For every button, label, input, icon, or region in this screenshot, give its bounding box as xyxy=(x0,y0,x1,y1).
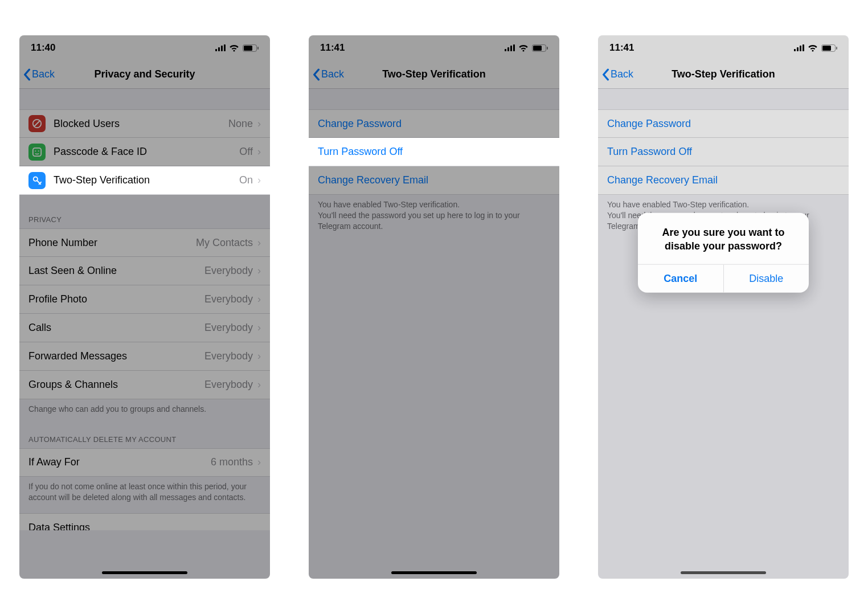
row-label: Turn Password Off xyxy=(318,146,550,158)
chevron-right-icon: › xyxy=(257,350,261,362)
svg-rect-6 xyxy=(257,47,259,50)
svg-rect-19 xyxy=(547,47,548,50)
wifi-icon xyxy=(518,44,529,52)
data-settings-group: Data Settings xyxy=(19,513,270,530)
nav-bar: Back Two-Step Verification xyxy=(309,60,559,89)
chevron-right-icon: › xyxy=(257,379,261,391)
svg-rect-25 xyxy=(822,46,831,51)
row-turn-password-off[interactable]: Turn Password Off xyxy=(598,138,849,166)
row-forwarded-messages[interactable]: Forwarded Messages Everybody › xyxy=(19,342,270,371)
svg-rect-15 xyxy=(510,46,512,51)
row-label: Two-Step Verification xyxy=(54,174,239,186)
cancel-button[interactable]: Cancel xyxy=(638,265,723,293)
row-profile-photo[interactable]: Profile Photo Everybody › xyxy=(19,285,270,314)
row-label: Last Seen & Online xyxy=(28,265,204,277)
svg-rect-20 xyxy=(794,49,796,51)
row-label: Turn Password Off xyxy=(607,146,840,158)
signal-icon xyxy=(505,44,515,51)
svg-rect-9 xyxy=(33,148,41,155)
group-header-privacy: Privacy xyxy=(19,215,270,228)
status-indicators xyxy=(505,44,548,52)
row-value: Everybody xyxy=(204,379,253,391)
row-label: Forwarded Messages xyxy=(28,350,204,362)
row-change-recovery-email[interactable]: Change Recovery Email xyxy=(309,166,559,195)
faceid-icon xyxy=(28,144,46,161)
row-label: Data Settings xyxy=(28,522,90,530)
row-value: Everybody xyxy=(204,265,253,277)
battery-icon xyxy=(821,44,837,52)
row-groups-channels[interactable]: Groups & Channels Everybody › xyxy=(19,371,270,399)
back-button[interactable]: Back xyxy=(19,68,55,81)
svg-rect-2 xyxy=(221,46,223,51)
svg-rect-26 xyxy=(836,47,837,50)
row-last-seen[interactable]: Last Seen & Online Everybody › xyxy=(19,257,270,285)
chevron-right-icon: › xyxy=(257,237,261,249)
home-indicator[interactable] xyxy=(681,571,766,574)
group-header-delete: Automatically Delete My Account xyxy=(19,435,270,448)
chevron-right-icon: › xyxy=(257,146,261,158)
nav-bar: Back Privacy and Security xyxy=(19,60,270,89)
chevron-left-icon xyxy=(23,68,31,81)
disable-button[interactable]: Disable xyxy=(723,265,809,293)
status-bar: 11:40 xyxy=(19,35,270,60)
svg-rect-23 xyxy=(803,44,804,51)
security-group: Blocked Users None › Passcode & Face ID … xyxy=(19,109,270,195)
row-label: If Away For xyxy=(28,456,211,468)
svg-point-11 xyxy=(38,150,39,152)
chevron-right-icon: › xyxy=(257,118,261,130)
status-time: 11:40 xyxy=(31,42,55,54)
battery-icon xyxy=(532,44,548,52)
row-value: My Contacts xyxy=(196,237,253,249)
back-button[interactable]: Back xyxy=(309,68,344,81)
svg-rect-21 xyxy=(797,47,799,51)
back-button[interactable]: Back xyxy=(598,68,633,81)
row-change-password[interactable]: Change Password xyxy=(309,109,559,138)
row-data-settings[interactable]: Data Settings xyxy=(19,513,270,530)
row-two-step-verification[interactable]: Two-Step Verification On › xyxy=(19,166,270,195)
page-title: Privacy and Security xyxy=(19,68,270,80)
status-bar: 11:41 xyxy=(598,35,849,60)
svg-rect-14 xyxy=(507,47,509,51)
battery-icon xyxy=(243,44,259,52)
row-value: On xyxy=(239,174,253,186)
screen-two-step-verification-popup: 11:41 Back Two-Step Verification Change … xyxy=(598,35,849,579)
key-icon xyxy=(28,172,46,189)
row-value: None xyxy=(228,118,253,130)
svg-rect-5 xyxy=(244,46,252,51)
row-if-away-for[interactable]: If Away For 6 months › xyxy=(19,448,270,477)
row-label: Change Password xyxy=(318,118,550,130)
wifi-icon xyxy=(229,44,239,52)
home-indicator[interactable] xyxy=(391,571,477,574)
row-calls[interactable]: Calls Everybody › xyxy=(19,314,270,342)
screen-privacy-security: 11:40 Back Privacy and Security xyxy=(19,35,270,579)
row-passcode-faceid[interactable]: Passcode & Face ID Off › xyxy=(19,138,270,166)
row-label: Change Recovery Email xyxy=(607,174,840,186)
home-indicator[interactable] xyxy=(102,571,187,574)
row-phone-number[interactable]: Phone Number My Contacts › xyxy=(19,228,270,257)
chevron-left-icon xyxy=(601,68,609,81)
svg-line-8 xyxy=(35,121,40,126)
row-label: Change Recovery Email xyxy=(318,174,550,186)
nav-bar: Back Two-Step Verification xyxy=(598,60,849,89)
disable-password-dialog: Are you sure you want to disable your pa… xyxy=(638,212,809,293)
row-change-recovery-email[interactable]: Change Recovery Email xyxy=(598,166,849,195)
svg-rect-1 xyxy=(218,47,220,51)
row-change-password[interactable]: Change Password xyxy=(598,109,849,138)
row-label: Profile Photo xyxy=(28,293,204,305)
status-bar: 11:41 xyxy=(309,35,559,60)
svg-rect-16 xyxy=(513,44,515,51)
back-label: Back xyxy=(321,68,344,80)
row-turn-password-off[interactable]: Turn Password Off xyxy=(309,138,559,166)
chevron-right-icon: › xyxy=(257,322,261,334)
row-label: Passcode & Face ID xyxy=(54,146,239,158)
row-value: 6 months xyxy=(211,456,253,468)
row-value: Everybody xyxy=(204,350,253,362)
status-indicators xyxy=(794,44,837,52)
svg-rect-3 xyxy=(224,44,226,51)
status-time: 11:41 xyxy=(320,42,345,54)
group-footer-delete: If you do not come online at least once … xyxy=(19,477,270,503)
row-blocked-users[interactable]: Blocked Users None › xyxy=(19,109,270,138)
svg-rect-13 xyxy=(505,49,506,51)
group-footer-privacy: Change who can add you to groups and cha… xyxy=(19,399,270,415)
back-label: Back xyxy=(32,68,55,80)
